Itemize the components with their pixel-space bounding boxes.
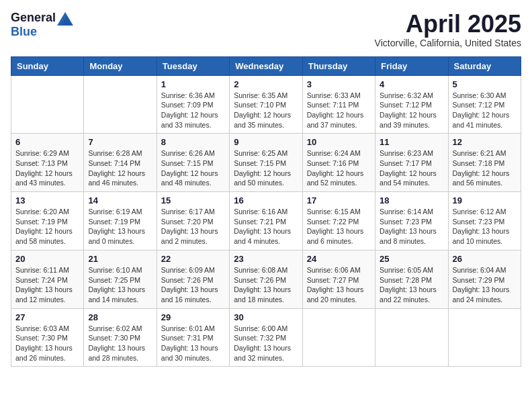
calendar-cell: 21Sunrise: 6:10 AM Sunset: 7:25 PM Dayli… bbox=[84, 250, 157, 308]
day-number: 18 bbox=[380, 195, 443, 205]
calendar-cell bbox=[84, 75, 157, 134]
day-number: 30 bbox=[234, 312, 298, 322]
day-info: Sunrise: 6:08 AM Sunset: 7:26 PM Dayligh… bbox=[234, 265, 298, 305]
calendar-cell: 29Sunrise: 6:01 AM Sunset: 7:31 PM Dayli… bbox=[157, 308, 229, 367]
day-info: Sunrise: 6:35 AM Sunset: 7:10 PM Dayligh… bbox=[234, 91, 298, 130]
day-number: 15 bbox=[161, 195, 225, 205]
day-number: 16 bbox=[234, 195, 298, 205]
calendar-cell: 23Sunrise: 6:08 AM Sunset: 7:26 PM Dayli… bbox=[230, 250, 302, 308]
calendar-cell: 8Sunrise: 6:26 AM Sunset: 7:15 PM Daylig… bbox=[157, 134, 229, 192]
calendar-cell: 22Sunrise: 6:09 AM Sunset: 7:26 PM Dayli… bbox=[157, 250, 229, 308]
calendar-cell: 3Sunrise: 6:33 AM Sunset: 7:11 PM Daylig… bbox=[302, 75, 375, 134]
day-info: Sunrise: 6:03 AM Sunset: 7:30 PM Dayligh… bbox=[15, 324, 79, 363]
day-info: Sunrise: 6:30 AM Sunset: 7:12 PM Dayligh… bbox=[453, 91, 517, 130]
day-number: 11 bbox=[380, 137, 443, 147]
calendar-cell: 17Sunrise: 6:15 AM Sunset: 7:22 PM Dayli… bbox=[302, 192, 375, 250]
calendar-cell: 25Sunrise: 6:05 AM Sunset: 7:28 PM Dayli… bbox=[375, 250, 448, 308]
day-number: 22 bbox=[161, 254, 225, 264]
calendar-week-3: 13Sunrise: 6:20 AM Sunset: 7:19 PM Dayli… bbox=[11, 192, 521, 250]
title-section: April 2025 Victorville, California, Unit… bbox=[375, 11, 521, 48]
header-cell-sunday: Sunday bbox=[11, 56, 84, 75]
day-info: Sunrise: 6:09 AM Sunset: 7:26 PM Dayligh… bbox=[161, 265, 225, 305]
month-title: April 2025 bbox=[375, 11, 521, 38]
day-info: Sunrise: 6:33 AM Sunset: 7:11 PM Dayligh… bbox=[307, 91, 371, 130]
header-cell-thursday: Thursday bbox=[302, 56, 375, 75]
day-info: Sunrise: 6:16 AM Sunset: 7:21 PM Dayligh… bbox=[234, 207, 298, 246]
logo-blue-text: Blue bbox=[11, 26, 73, 39]
calendar-cell: 24Sunrise: 6:06 AM Sunset: 7:27 PM Dayli… bbox=[302, 250, 375, 308]
calendar-cell: 13Sunrise: 6:20 AM Sunset: 7:19 PM Dayli… bbox=[11, 192, 84, 250]
day-number: 19 bbox=[453, 195, 517, 205]
logo-general-text: General bbox=[11, 11, 56, 25]
day-info: Sunrise: 6:17 AM Sunset: 7:20 PM Dayligh… bbox=[161, 207, 225, 246]
day-number: 2 bbox=[234, 79, 298, 89]
location: Victorville, California, United States bbox=[375, 38, 521, 48]
header-cell-saturday: Saturday bbox=[448, 56, 521, 75]
logo: General Blue bbox=[11, 11, 73, 39]
day-number: 3 bbox=[307, 79, 371, 89]
day-info: Sunrise: 6:06 AM Sunset: 7:27 PM Dayligh… bbox=[307, 265, 371, 305]
day-number: 26 bbox=[453, 254, 517, 264]
calendar-cell: 28Sunrise: 6:02 AM Sunset: 7:30 PM Dayli… bbox=[84, 308, 157, 367]
calendar-cell: 5Sunrise: 6:30 AM Sunset: 7:12 PM Daylig… bbox=[448, 75, 521, 134]
header-cell-monday: Monday bbox=[84, 56, 157, 75]
day-info: Sunrise: 6:10 AM Sunset: 7:25 PM Dayligh… bbox=[88, 265, 152, 305]
calendar-cell: 30Sunrise: 6:00 AM Sunset: 7:32 PM Dayli… bbox=[230, 308, 302, 367]
day-info: Sunrise: 6:00 AM Sunset: 7:32 PM Dayligh… bbox=[234, 324, 298, 363]
header-row: SundayMondayTuesdayWednesdayThursdayFrid… bbox=[11, 56, 521, 75]
calendar-cell: 20Sunrise: 6:11 AM Sunset: 7:24 PM Dayli… bbox=[11, 250, 84, 308]
day-info: Sunrise: 6:21 AM Sunset: 7:18 PM Dayligh… bbox=[453, 148, 517, 188]
day-number: 28 bbox=[88, 312, 152, 322]
day-info: Sunrise: 6:05 AM Sunset: 7:28 PM Dayligh… bbox=[380, 265, 443, 305]
calendar-cell: 26Sunrise: 6:04 AM Sunset: 7:29 PM Dayli… bbox=[448, 250, 521, 308]
calendar-cell: 1Sunrise: 6:36 AM Sunset: 7:09 PM Daylig… bbox=[157, 75, 229, 134]
day-number: 4 bbox=[380, 79, 443, 89]
day-info: Sunrise: 6:11 AM Sunset: 7:24 PM Dayligh… bbox=[15, 265, 79, 305]
calendar-cell: 12Sunrise: 6:21 AM Sunset: 7:18 PM Dayli… bbox=[448, 134, 521, 192]
day-info: Sunrise: 6:26 AM Sunset: 7:15 PM Dayligh… bbox=[161, 148, 225, 188]
calendar-cell: 6Sunrise: 6:29 AM Sunset: 7:13 PM Daylig… bbox=[11, 134, 84, 192]
day-number: 7 bbox=[88, 137, 152, 147]
day-number: 17 bbox=[307, 195, 371, 205]
day-info: Sunrise: 6:25 AM Sunset: 7:15 PM Dayligh… bbox=[234, 148, 298, 188]
header-cell-friday: Friday bbox=[375, 56, 448, 75]
calendar-week-5: 27Sunrise: 6:03 AM Sunset: 7:30 PM Dayli… bbox=[11, 308, 521, 367]
day-number: 20 bbox=[15, 254, 79, 264]
calendar-table: SundayMondayTuesdayWednesdayThursdayFrid… bbox=[11, 56, 521, 367]
calendar-week-2: 6Sunrise: 6:29 AM Sunset: 7:13 PM Daylig… bbox=[11, 134, 521, 192]
calendar-cell: 15Sunrise: 6:17 AM Sunset: 7:20 PM Dayli… bbox=[157, 192, 229, 250]
day-info: Sunrise: 6:12 AM Sunset: 7:23 PM Dayligh… bbox=[453, 207, 517, 246]
day-number: 5 bbox=[453, 79, 517, 89]
calendar-cell: 4Sunrise: 6:32 AM Sunset: 7:12 PM Daylig… bbox=[375, 75, 448, 134]
calendar-cell: 9Sunrise: 6:25 AM Sunset: 7:15 PM Daylig… bbox=[230, 134, 302, 192]
day-number: 12 bbox=[453, 137, 517, 147]
calendar-cell bbox=[448, 308, 521, 367]
calendar-cell: 19Sunrise: 6:12 AM Sunset: 7:23 PM Dayli… bbox=[448, 192, 521, 250]
calendar-header: SundayMondayTuesdayWednesdayThursdayFrid… bbox=[11, 56, 521, 75]
calendar-body: 1Sunrise: 6:36 AM Sunset: 7:09 PM Daylig… bbox=[11, 75, 521, 367]
day-info: Sunrise: 6:28 AM Sunset: 7:14 PM Dayligh… bbox=[88, 148, 152, 188]
calendar-cell: 18Sunrise: 6:14 AM Sunset: 7:23 PM Dayli… bbox=[375, 192, 448, 250]
logo-icon bbox=[57, 12, 73, 26]
day-number: 8 bbox=[161, 137, 225, 147]
day-info: Sunrise: 6:24 AM Sunset: 7:16 PM Dayligh… bbox=[307, 148, 371, 188]
day-info: Sunrise: 6:04 AM Sunset: 7:29 PM Dayligh… bbox=[453, 265, 517, 305]
calendar-cell: 7Sunrise: 6:28 AM Sunset: 7:14 PM Daylig… bbox=[84, 134, 157, 192]
day-info: Sunrise: 6:32 AM Sunset: 7:12 PM Dayligh… bbox=[380, 91, 443, 130]
day-number: 10 bbox=[307, 137, 371, 147]
day-number: 9 bbox=[234, 137, 298, 147]
day-number: 24 bbox=[307, 254, 371, 264]
day-number: 27 bbox=[15, 312, 79, 322]
day-info: Sunrise: 6:29 AM Sunset: 7:13 PM Dayligh… bbox=[15, 148, 79, 188]
day-info: Sunrise: 6:19 AM Sunset: 7:19 PM Dayligh… bbox=[88, 207, 152, 246]
page-header: General Blue April 2025 Victorville, Cal… bbox=[11, 11, 521, 48]
day-number: 6 bbox=[15, 137, 79, 147]
day-info: Sunrise: 6:15 AM Sunset: 7:22 PM Dayligh… bbox=[307, 207, 371, 246]
day-info: Sunrise: 6:01 AM Sunset: 7:31 PM Dayligh… bbox=[161, 324, 225, 363]
header-cell-tuesday: Tuesday bbox=[157, 56, 229, 75]
calendar-cell: 2Sunrise: 6:35 AM Sunset: 7:10 PM Daylig… bbox=[230, 75, 302, 134]
day-info: Sunrise: 6:20 AM Sunset: 7:19 PM Dayligh… bbox=[15, 207, 79, 246]
day-number: 1 bbox=[161, 79, 225, 89]
day-number: 25 bbox=[380, 254, 443, 264]
header-cell-wednesday: Wednesday bbox=[230, 56, 302, 75]
